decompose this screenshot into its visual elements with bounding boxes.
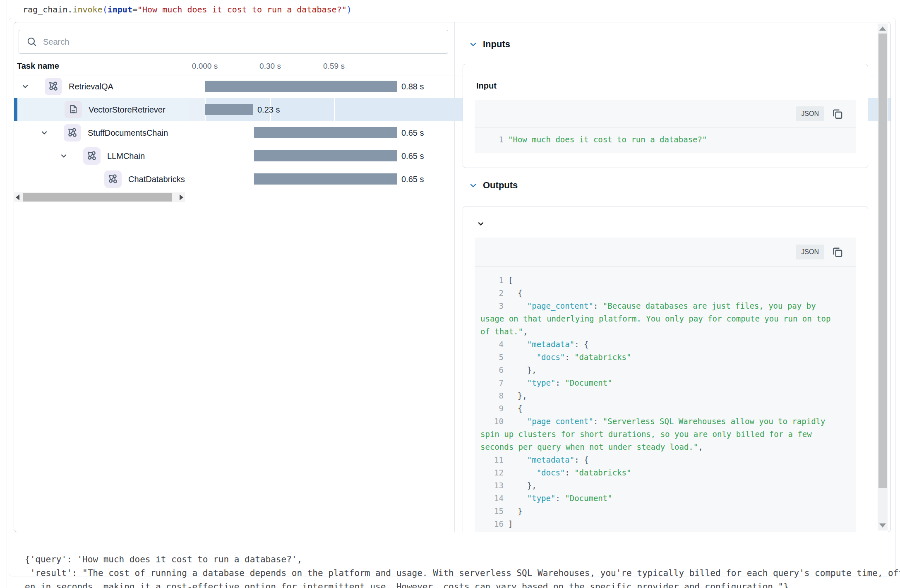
duration-bar[interactable]: [254, 127, 397, 138]
code-segment: "databricks": [574, 468, 631, 477]
chain-node-icon: [45, 78, 62, 95]
code-segment: [508, 340, 527, 349]
line-number: 9: [480, 402, 504, 415]
line-number: 1: [480, 274, 504, 287]
json-code-row: 12 "docs": "databricks": [480, 466, 850, 479]
line-number: 15: [480, 505, 504, 518]
chevron-down-icon[interactable]: [469, 41, 477, 48]
scroll-up-arrow-icon[interactable]: [879, 26, 886, 31]
search-box[interactable]: [19, 30, 448, 54]
output-container: Task name 0.000 s0.30 s0.59 s 0.88 sRetr…: [9, 18, 896, 576]
code-segment: of that.": [480, 327, 523, 336]
timeline-gridline: [334, 98, 335, 121]
duration-label: 0.65 s: [401, 144, 424, 168]
duration-bar[interactable]: [205, 81, 397, 92]
chain-node-icon: [104, 170, 122, 188]
code-segment: [508, 301, 527, 310]
code-segment: [508, 378, 527, 387]
details-vertical-scrollbar[interactable]: [878, 24, 888, 530]
code-segment: [508, 353, 537, 362]
time-axis-tick-label: 0.30 s: [259, 62, 281, 71]
code-segment: {: [518, 404, 522, 413]
code-segment: [508, 481, 527, 490]
outputs-section-label: Outputs: [483, 180, 518, 191]
copy-icon[interactable]: [831, 246, 844, 258]
code-segment: [508, 494, 527, 503]
task-name-label: StuffDocumentsChain: [88, 128, 168, 138]
code-segment: "How much does it cost to run a database…: [508, 135, 707, 144]
json-code-row: seconds per query when not under steady …: [480, 441, 850, 454]
expand-chevron-icon[interactable]: [21, 82, 29, 91]
code-segment: :: [593, 301, 603, 310]
line-number: 12: [480, 466, 504, 479]
code-segment: "metadata": [527, 455, 574, 464]
copy-icon[interactable]: [831, 108, 844, 120]
code-segment: [508, 417, 527, 426]
code-segment: ,: [523, 327, 528, 336]
chain-node-icon: [83, 147, 101, 165]
json-code-row: spin up clusters for short durations, so…: [480, 428, 850, 441]
task-name-label: LLMChain: [107, 151, 145, 161]
expand-chevron-icon[interactable]: [40, 129, 48, 137]
json-code-row: 8 },: [480, 389, 850, 402]
scroll-left-arrow-icon[interactable]: [16, 194, 19, 200]
json-code-row: of that.",: [480, 325, 850, 338]
code-segment: [508, 391, 518, 400]
code-segment: "How much does it cost to run a database…: [137, 5, 347, 14]
code-segment: },: [527, 481, 537, 490]
json-code-row: 13 },: [480, 479, 850, 492]
code-segment: "type": [527, 378, 556, 387]
task-row-chatdatabricks[interactable]: 0.65 sChatDatabricks: [14, 168, 890, 191]
code-segment: "page_content": [527, 301, 593, 310]
search-input[interactable]: [42, 37, 416, 47]
code-segment: "Serverless SQL Warehouses allow you to …: [603, 417, 826, 426]
task-name-label: RetrievalQA: [69, 82, 113, 91]
collapse-chevron-down-icon[interactable]: [477, 220, 485, 228]
json-code-row: 3 "page_content": "Because databases are…: [480, 300, 850, 312]
expand-chevron-icon[interactable]: [60, 152, 68, 160]
inputs-section-header[interactable]: Inputs: [469, 38, 510, 50]
cell-left-edge: [7, 0, 7, 588]
scroll-right-arrow-icon[interactable]: [180, 194, 183, 200]
code-segment: "type": [527, 494, 556, 503]
json-code-row: 9 {: [480, 402, 850, 415]
json-code-row: usage on that underlying platform. You o…: [480, 312, 850, 325]
json-code-row: 5 "docs": "databricks": [480, 351, 850, 364]
code-segment: }: [518, 506, 522, 516]
line-number: 6: [480, 364, 504, 377]
code-segment: usage on that underlying platform. You o…: [480, 314, 830, 323]
scroll-down-arrow-icon[interactable]: [879, 523, 886, 528]
tree-horizontal-scrollbar[interactable]: [14, 192, 185, 202]
code-segment: :: [565, 468, 574, 477]
json-code-row: 15 }: [480, 505, 850, 518]
code-segment: (: [103, 5, 108, 14]
code-segment: seconds per query when not under steady …: [480, 442, 698, 451]
outputs-section-header[interactable]: Outputs: [469, 180, 518, 191]
duration-label: 0.23 s: [257, 98, 280, 121]
code-segment: : {: [574, 455, 588, 464]
duration-label: 0.65 s: [401, 168, 424, 191]
json-code-row: 16]: [480, 518, 850, 530]
search-icon: [26, 36, 37, 47]
duration-label: 0.88 s: [401, 75, 424, 98]
code-segment: [508, 404, 518, 413]
inputs-section-label: Inputs: [483, 39, 510, 50]
code-segment: [508, 468, 537, 477]
code-segment: :: [565, 353, 574, 362]
code-segment: "page_content": [527, 417, 593, 426]
json-toggle-button[interactable]: JSON: [796, 245, 824, 259]
task-name-label: ChatDatabricks: [128, 175, 185, 184]
line-number: 8: [480, 389, 504, 402]
input-json-block: JSON 1"How much does it cost to run a da…: [475, 100, 856, 153]
line-number: 16: [480, 518, 504, 530]
horizontal-scroll-thumb[interactable]: [23, 193, 172, 202]
duration-bar[interactable]: [254, 150, 397, 161]
vertical-scroll-thumb[interactable]: [878, 34, 887, 488]
timeline-zone: 0.65 s: [189, 168, 890, 191]
code-segment: : {: [574, 340, 588, 349]
chevron-down-icon[interactable]: [469, 182, 477, 190]
code-segment: spin up clusters for short durations, so…: [480, 430, 812, 439]
code-segment: [508, 455, 527, 464]
code-segment: :: [593, 417, 603, 426]
json-toggle-button[interactable]: JSON: [796, 106, 824, 121]
